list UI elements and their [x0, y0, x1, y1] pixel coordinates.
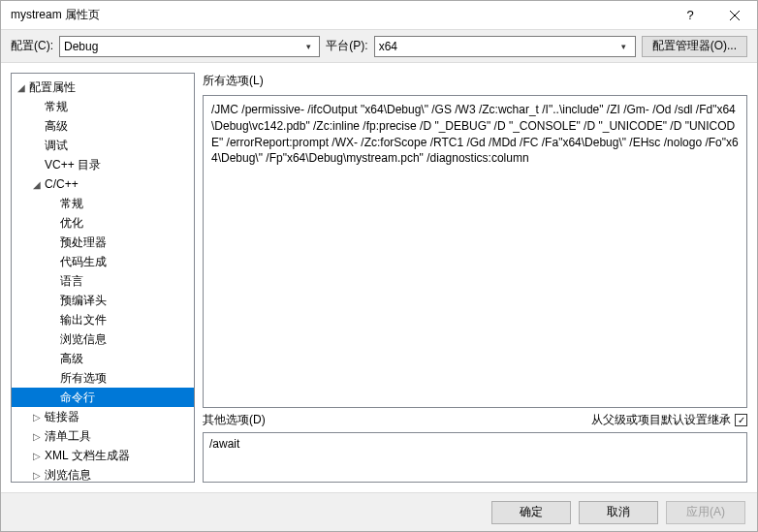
property-page-dialog: mystream 属性页 ? 配置(C): Debug ▾ 平台(P): x64… — [0, 0, 758, 532]
tree-row-cc-output[interactable]: 输出文件 — [12, 310, 194, 329]
additional-options-label: 其他选项(D) — [203, 412, 266, 428]
inherit-label: 从父级或项目默认设置继承 — [591, 412, 731, 428]
tree-row-cc-general[interactable]: 常规 — [12, 194, 194, 213]
config-value: Debug — [64, 40, 301, 53]
expand-icon: ▷ — [29, 451, 45, 461]
help-button[interactable]: ? — [668, 1, 712, 30]
tree-row-cc-cmdline[interactable]: 命令行 — [12, 388, 194, 407]
tree-row-cc-opt[interactable]: 优化 — [12, 213, 194, 233]
all-options-text[interactable]: /JMC /permissive- /ifcOutput "x64\Debug\… — [203, 95, 747, 408]
close-button[interactable] — [712, 1, 757, 30]
tree-row-cc-browse[interactable]: 浏览信息 — [12, 329, 194, 349]
tree-row-vcdirs[interactable]: VC++ 目录 — [12, 155, 194, 174]
platform-combo[interactable]: x64 ▾ — [374, 36, 636, 57]
platform-label: 平台(P): — [326, 38, 367, 54]
expand-icon: ▷ — [29, 431, 45, 442]
expand-icon: ▷ — [29, 470, 45, 481]
expand-icon: ▷ — [29, 412, 45, 422]
ok-button[interactable]: 确定 — [491, 501, 571, 524]
checkbox-icon: ✓ — [735, 414, 747, 426]
chevron-down-icon: ▾ — [617, 42, 631, 51]
tree-row-cc-pre[interactable]: 预处理器 — [12, 233, 194, 252]
additional-options-text[interactable]: /await — [203, 432, 747, 483]
tree-row-cc-lang[interactable]: 语言 — [12, 271, 194, 291]
window-title: mystream 属性页 — [11, 7, 668, 23]
property-tree[interactable]: ◢配置属性 常规 高级 调试 VC++ 目录 ◢C/C++ 常规 优化 预处理器… — [11, 73, 195, 483]
config-label: 配置(C): — [11, 38, 53, 54]
tree-row-manifest[interactable]: ▷清单工具 — [12, 426, 194, 446]
titlebar: mystream 属性页 ? — [1, 1, 757, 30]
config-combo[interactable]: Debug ▾ — [59, 36, 320, 57]
tree-row-config-props[interactable]: ◢配置属性 — [12, 78, 194, 97]
tree-row-general[interactable]: 常规 — [12, 97, 194, 116]
tree-row-cc-pch[interactable]: 预编译头 — [12, 291, 194, 310]
tree-row-xmldoc[interactable]: ▷XML 文档生成器 — [12, 446, 194, 465]
inherit-checkbox[interactable]: 从父级或项目默认设置继承 ✓ — [591, 412, 747, 428]
tree-row-cc-adv[interactable]: 高级 — [12, 349, 194, 368]
platform-value: x64 — [379, 40, 617, 53]
all-options-label: 所有选项(L) — [203, 73, 747, 89]
right-pane: 所有选项(L) /JMC /permissive- /ifcOutput "x6… — [203, 73, 747, 483]
config-row: 配置(C): Debug ▾ 平台(P): x64 ▾ 配置管理器(O)... — [1, 30, 757, 63]
footer: 确定 取消 应用(A) — [1, 492, 757, 531]
tree-row-ccpp[interactable]: ◢C/C++ — [12, 174, 194, 194]
body: ◢配置属性 常规 高级 调试 VC++ 目录 ◢C/C++ 常规 优化 预处理器… — [1, 63, 757, 492]
tree-row-linker[interactable]: ▷链接器 — [12, 407, 194, 426]
close-icon — [730, 11, 740, 20]
tree-row-cc-allopts[interactable]: 所有选项 — [12, 368, 194, 388]
collapse-icon: ◢ — [14, 82, 29, 93]
tree-row-advanced[interactable]: 高级 — [12, 116, 194, 136]
tree-row-debugging[interactable]: 调试 — [12, 136, 194, 155]
collapse-icon: ◢ — [29, 179, 45, 190]
config-manager-button[interactable]: 配置管理器(O)... — [642, 36, 747, 57]
apply-button[interactable]: 应用(A) — [666, 501, 745, 524]
cancel-button[interactable]: 取消 — [579, 501, 658, 524]
additional-row: 其他选项(D) 从父级或项目默认设置继承 ✓ — [203, 412, 747, 428]
tree-row-cc-codegen[interactable]: 代码生成 — [12, 252, 194, 271]
chevron-down-icon: ▾ — [301, 42, 315, 51]
tree-row-browseinfo[interactable]: ▷浏览信息 — [12, 465, 194, 483]
